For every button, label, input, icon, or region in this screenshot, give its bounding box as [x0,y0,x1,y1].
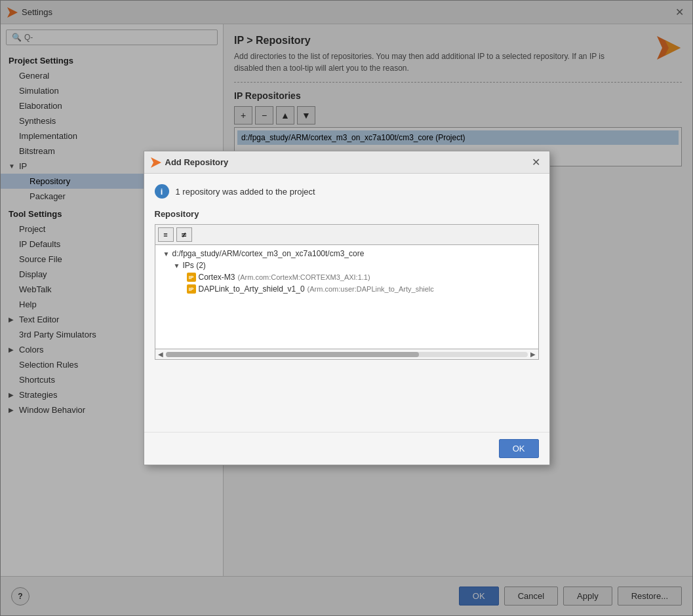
modal-overlay: Add Repository ✕ i 1 repository was adde… [0,0,693,616]
tree-ips-chevron: ▼ [174,262,180,269]
modal-body: i 1 repository was added to the project … [144,174,549,432]
horizontal-scrollbar[interactable]: ◀ ▶ [155,349,539,360]
scrollbar-thumb [166,352,419,357]
scroll-left-arrow[interactable]: ◀ [158,351,163,358]
modal-section-title: Repository [155,209,539,219]
tree-ips-item[interactable]: ▼ IPs (2) [158,260,536,271]
tree-root-item[interactable]: ▼ d:/fpga_study/ARM/cortex_m3_on_xc7a100… [158,248,536,260]
tree-ip2-name: DAPLink_to_Arty_shield_v1_0 [199,284,305,294]
repo-tree-container: ▼ d:/fpga_study/ARM/cortex_m3_on_xc7a100… [155,244,539,349]
modal-app-icon [151,157,161,168]
modal-title-text: Add Repository [165,157,229,167]
tree-root-chevron: ▼ [163,250,170,258]
modal-ok-button[interactable]: OK [499,439,539,458]
tree-ip2-item[interactable]: IP DAPLink_to_Arty_shield_v1_0 (Arm.com:… [158,283,536,295]
modal-title-bar: Add Repository ✕ [144,151,549,174]
modal-bottom: OK [144,432,549,465]
collapse-all-button[interactable]: ≡ [158,227,174,242]
tree-ips-label: IPs (2) [183,261,206,270]
tree-ip2-detail: (Arm.com:user:DAPLink_to_Arty_shielc [307,285,434,293]
tree-ip1-name: Cortex-M3 [199,273,235,282]
svg-marker-3 [151,157,161,168]
tree-ip1-item[interactable]: IP Cortex-M3 (Arm.com:CortexM:CORTEXM3_A… [158,271,536,283]
ip1-icon: IP [187,273,196,282]
ip2-icon: IP [187,284,196,294]
modal-title-left: Add Repository [151,157,229,168]
modal-toolbar: ≡ ≢ [155,224,539,244]
info-icon: i [155,184,169,199]
modal-close-button[interactable]: ✕ [530,156,543,169]
info-row: i 1 repository was added to the project [155,184,539,199]
info-message: 1 repository was added to the project [176,187,315,197]
tree-ip1-detail: (Arm.com:CortexM:CORTEXM3_AXI:1.1) [238,273,370,281]
add-repository-modal: Add Repository ✕ i 1 repository was adde… [144,151,550,465]
scroll-right-arrow[interactable]: ▶ [530,351,536,358]
tree-root-path: d:/fpga_study/ARM/cortex_m3_on_xc7a100t/… [172,249,365,258]
scrollbar-track[interactable] [166,352,528,357]
expand-all-button[interactable]: ≢ [176,227,192,242]
